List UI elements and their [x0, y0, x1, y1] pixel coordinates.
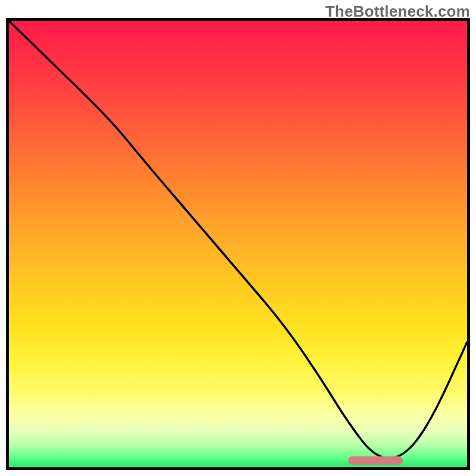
watermark-text: TheBottleneck.com	[325, 2, 470, 21]
curve-line	[9, 21, 467, 458]
plot-area	[6, 18, 470, 470]
bottleneck-curve	[9, 21, 467, 467]
chart-frame: TheBottleneck.com	[0, 0, 476, 476]
optimal-range-marker	[348, 456, 403, 465]
